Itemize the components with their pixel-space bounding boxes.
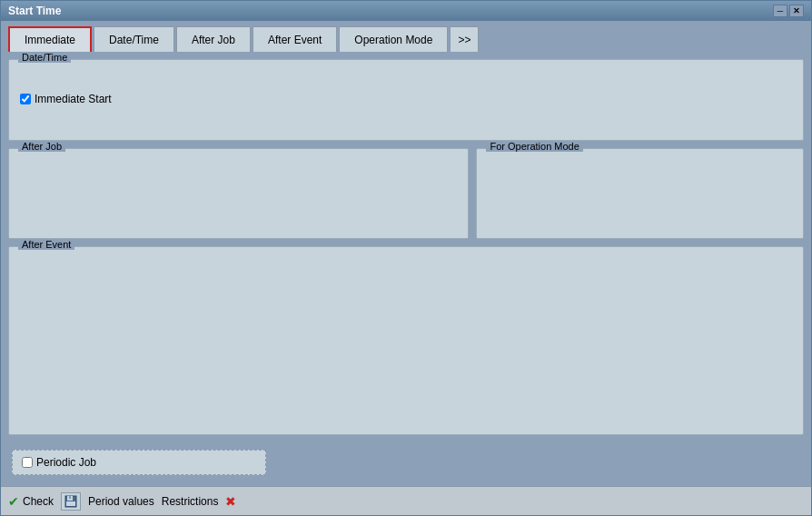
immediate-start-checkbox[interactable] <box>20 94 31 104</box>
main-window: Start Time ─ ✕ Immediate Date/Time After… <box>0 0 812 516</box>
afterjob-panel-label: After Job <box>18 141 65 152</box>
minimize-button[interactable]: ─ <box>773 5 787 17</box>
tab-immediate[interactable]: Immediate <box>8 26 92 52</box>
tab-afterevent[interactable]: After Event <box>253 26 337 52</box>
tab-afterjob[interactable]: After Job <box>176 26 251 52</box>
content-area: Date/Time Immediate Start After Job For … <box>1 52 811 486</box>
periodic-section: Periodic Job <box>8 442 804 479</box>
afterevent-panel: After Event <box>8 246 804 435</box>
tab-operationmode[interactable]: Operation Mode <box>339 26 448 52</box>
afterjob-panel: After Job <box>8 148 469 239</box>
tab-bar: Immediate Date/Time After Job After Even… <box>1 21 811 52</box>
datetime-panel: Date/Time Immediate Start <box>8 59 804 141</box>
tab-datetime[interactable]: Date/Time <box>94 26 174 52</box>
svg-rect-3 <box>66 501 75 506</box>
title-bar-left: Start Time <box>8 5 61 17</box>
periodic-job-label: Periodic Job <box>36 456 96 469</box>
operation-mode-panel-label: For Operation Mode <box>486 141 582 152</box>
check-button[interactable]: ✔ Check <box>8 494 54 509</box>
restrictions-button[interactable]: Restrictions <box>162 495 219 508</box>
datetime-panel-label: Date/Time <box>18 52 71 63</box>
afterevent-panel-label: After Event <box>18 239 74 250</box>
svg-rect-2 <box>69 496 71 499</box>
period-values-button[interactable]: Period values <box>88 495 154 508</box>
check-label: Check <box>23 495 54 508</box>
immediate-start-label: Immediate Start <box>35 93 112 105</box>
immediate-start-row: Immediate Start <box>20 93 792 105</box>
close-x-icon[interactable]: ✖ <box>225 494 236 509</box>
operation-mode-panel: For Operation Mode <box>476 148 804 239</box>
restrictions-label: Restrictions <box>162 495 219 508</box>
bottom-bar: ✔ Check Period values Restrictions ✖ <box>1 486 811 515</box>
periodic-job-row: Periodic Job <box>12 450 266 475</box>
window-controls: ─ ✕ <box>773 5 804 17</box>
title-bar: Start Time ─ ✕ <box>1 1 811 21</box>
save-icon <box>64 495 77 508</box>
save-button[interactable] <box>61 492 81 511</box>
close-button[interactable]: ✕ <box>789 5 804 17</box>
period-values-label: Period values <box>88 495 154 508</box>
check-icon: ✔ <box>8 494 19 509</box>
middle-panels-row: After Job For Operation Mode <box>8 148 804 239</box>
window-title: Start Time <box>8 5 61 17</box>
tab-more[interactable]: >> <box>450 26 479 52</box>
periodic-job-checkbox[interactable] <box>22 457 33 468</box>
